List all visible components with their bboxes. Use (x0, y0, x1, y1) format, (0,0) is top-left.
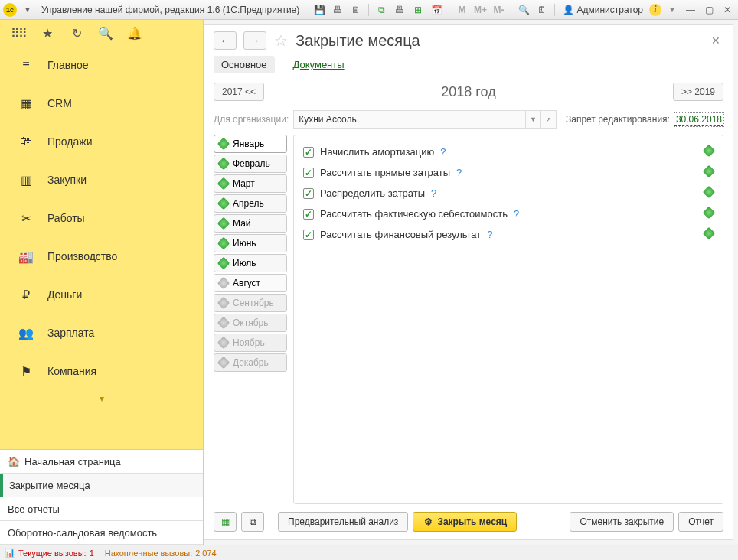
sidebar-item-main[interactable]: ≡Главное (0, 46, 203, 84)
operation-label: Начислить амортизацию (320, 146, 434, 158)
memory-mminus-button[interactable]: M- (491, 3, 506, 17)
accumulated-calls-label: Накопленные вызовы: (105, 549, 192, 558)
preview-button[interactable]: Предварительный анализ (278, 512, 408, 532)
month-item[interactable]: Август (214, 274, 287, 292)
print-icon[interactable]: 🖶 (330, 3, 345, 17)
month-item[interactable]: Июль (214, 254, 287, 272)
month-item[interactable]: Декабрь (214, 353, 287, 372)
list-icon: ≡ (18, 58, 34, 72)
month-item[interactable]: Апрель (214, 194, 287, 213)
favorite-icon[interactable]: ★ (40, 25, 55, 41)
app-logo-icon: 1c (3, 3, 17, 17)
print2-icon[interactable]: 🖶 (392, 3, 407, 17)
main-footer: ▦ ⧉ Предварительный анализ ⚙Закрыть меся… (204, 504, 733, 539)
home-icon: 🏠 (8, 456, 20, 467)
lock-date-link[interactable]: 30.06.2018 (674, 113, 723, 126)
operation-checkbox[interactable]: ✓ (303, 230, 314, 240)
month-item[interactable]: Март (214, 174, 287, 193)
month-label: Июль (233, 258, 256, 269)
month-item[interactable]: Сентябрь (214, 294, 287, 312)
sidebar-item-sales[interactable]: 🛍Продажи (0, 122, 203, 161)
compare-icon[interactable]: ⧉ (374, 3, 389, 17)
memory-m-button[interactable]: M (454, 3, 469, 17)
month-item[interactable]: Январь (214, 135, 287, 153)
tab-documents[interactable]: Документы (286, 56, 352, 73)
month-item[interactable]: Июнь (214, 234, 287, 252)
month-item[interactable]: Ноябрь (214, 334, 287, 352)
tab-label: Начальная страница (24, 456, 121, 467)
minimize-button[interactable]: — (683, 3, 698, 17)
org-open-button[interactable]: ↗ (541, 110, 557, 129)
sidebar-item-purchases[interactable]: ▥Закупки (0, 161, 203, 199)
close-month-button[interactable]: ⚙Закрыть месяц (413, 512, 517, 532)
info-icon[interactable]: i (649, 4, 661, 16)
cancel-close-button[interactable]: Отменить закрытие (570, 512, 674, 532)
sidebar-item-label: Зарплата (47, 327, 94, 339)
operation-label: Распределить затраты (320, 187, 425, 199)
sidebar-item-label: Продажи (47, 135, 92, 148)
settings-button[interactable]: ▦ (214, 512, 237, 532)
nav-back-button[interactable]: ← (214, 31, 237, 50)
sidebar-item-crm[interactable]: ▦CRM (0, 84, 203, 122)
help-icon[interactable]: ? (456, 167, 462, 178)
sidebar-item-company[interactable]: ⚑Компания (0, 352, 203, 390)
month-item[interactable]: Октябрь (214, 314, 287, 332)
calculator-icon[interactable]: ⊞ (410, 3, 426, 17)
operation-checkbox[interactable]: ✓ (303, 147, 314, 158)
org-field[interactable]: Кухни Ассоль (293, 110, 526, 129)
gear-icon: ⚙ (423, 516, 433, 527)
tab-month-close[interactable]: Закрытие месяца (0, 474, 203, 497)
copy-button[interactable]: ⧉ (241, 512, 264, 532)
help-icon[interactable]: ? (487, 229, 492, 240)
sidebar-item-money[interactable]: ₽Деньги (0, 275, 203, 314)
month-item[interactable]: Май (214, 214, 287, 233)
help-icon[interactable]: ? (431, 187, 436, 199)
report-button[interactable]: Отчет (678, 512, 723, 532)
save-icon[interactable]: 💾 (312, 3, 327, 17)
month-label: Ноябрь (233, 337, 265, 348)
month-label: Январь (233, 138, 264, 149)
close-panel-button[interactable]: ✕ (708, 31, 723, 50)
notifications-icon[interactable]: 🔔 (127, 25, 142, 41)
button-label: Закрыть месяц (437, 516, 507, 527)
tab-balance-sheet[interactable]: Оборотно-сальдовая ведомость (0, 521, 203, 545)
operation-label: Рассчитать финансовый результат (320, 229, 481, 240)
maximize-button[interactable]: ▢ (701, 3, 717, 17)
month-item[interactable]: Февраль (214, 155, 287, 173)
next-year-button[interactable]: >> 2019 (673, 83, 723, 101)
sidebar-item-salary[interactable]: 👥Зарплата (0, 314, 203, 352)
operation-checkbox[interactable]: ✓ (303, 188, 314, 199)
tab-main[interactable]: Основное (214, 56, 275, 73)
memory-mplus-button[interactable]: M+ (472, 3, 488, 17)
status-dot-icon (217, 357, 230, 370)
tab-home[interactable]: 🏠Начальная страница (0, 450, 203, 474)
info-dropdown[interactable]: ▼ (665, 3, 680, 17)
attach-icon[interactable]: 🗓 (534, 3, 550, 17)
main-panel: ← → ☆ Закрытие месяца ✕ Основное Докумен… (204, 24, 733, 540)
history-icon[interactable]: ↻ (69, 25, 84, 41)
zoom-icon[interactable]: 🔍 (516, 3, 531, 17)
perf-icon[interactable]: 📊 (5, 548, 15, 558)
operation-checkbox[interactable]: ✓ (303, 168, 314, 178)
tab-all-reports[interactable]: Все отчеты (0, 497, 203, 521)
calendar-icon[interactable]: 📅 (429, 3, 444, 17)
nav-forward-button[interactable]: → (243, 31, 266, 50)
sidebar-item-production[interactable]: 🏭Производство (0, 237, 203, 275)
help-icon[interactable]: ? (440, 146, 446, 158)
print-preview-icon[interactable]: 🗎 (348, 3, 364, 17)
operation-label: Рассчитать прямые затраты (320, 167, 450, 178)
close-window-button[interactable]: ✕ (720, 3, 735, 17)
user-menu[interactable]: 👤 Администратор (560, 5, 646, 15)
search-icon[interactable]: 🔍 (98, 25, 113, 41)
operation-status-icon (704, 187, 714, 199)
operation-checkbox[interactable]: ✓ (303, 209, 314, 220)
help-icon[interactable]: ? (514, 208, 519, 220)
favorite-star-icon[interactable]: ☆ (274, 31, 288, 50)
sidebar-item-works[interactable]: ✂Работы (0, 199, 203, 237)
prev-year-button[interactable]: 2017 << (214, 83, 264, 101)
tools-icon: ✂ (18, 211, 34, 226)
app-menu-dropdown[interactable]: ▼ (20, 3, 35, 17)
org-dropdown-button[interactable]: ▼ (526, 110, 541, 129)
apps-icon[interactable]: ⠿⠿ (11, 25, 26, 41)
sidebar-collapse-button[interactable]: ▾ (0, 390, 203, 407)
